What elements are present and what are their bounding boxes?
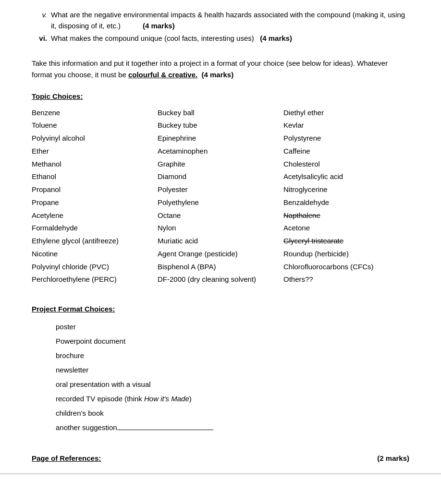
- format-list-item: children’s book: [56, 406, 409, 420]
- topic-item: Epinephrine: [158, 132, 283, 144]
- intro-paragraph: Take this information and put it togethe…: [32, 58, 409, 81]
- item-v-text: What are the negative environmental impa…: [51, 11, 405, 30]
- instruction-item-vi: vi. What makes the compound unique (cool…: [32, 33, 409, 44]
- topic-item: Chlorofluorocarbons (CFCs): [283, 261, 409, 273]
- format-list-item: another suggestion: [56, 420, 409, 435]
- format-list-item: newsletter: [56, 363, 409, 377]
- topic-item: Acetone: [283, 222, 409, 234]
- references-marks: (2 marks): [377, 454, 409, 462]
- topic-item: Muriatic acid: [158, 235, 283, 247]
- format-list-item: brochure: [56, 348, 409, 363]
- format-list-item: recorded TV episode (think How it's Made…: [56, 392, 409, 406]
- intro-emphasis: colourful & creative.: [128, 71, 197, 79]
- topic-item: Ethanol: [32, 171, 158, 183]
- topic-item: Propanol: [32, 184, 158, 196]
- topic-col-3: Diethyl etherKevlarPolystyreneCaffeineCh…: [283, 107, 409, 286]
- item-vi-text: What makes the compound unique (cool fac…: [51, 34, 254, 42]
- topic-item: Roundup (herbicide): [283, 248, 409, 260]
- item-v-content: What are the negative environmental impa…: [51, 10, 409, 31]
- topic-item: Toluene: [32, 120, 158, 132]
- topic-col-2: Buckey ballBuckey tubeEpinephrineAcetami…: [158, 107, 283, 286]
- format-list: posterPowerpoint documentbrochurenewslet…: [32, 320, 409, 435]
- topic-item: Polyvinyl alcohol: [32, 132, 158, 144]
- topic-col-1: BenzeneToluenePolyvinyl alcoholEtherMeth…: [32, 107, 158, 286]
- topic-item: Cholesterol: [283, 158, 409, 170]
- topic-item: Octane: [158, 210, 283, 222]
- topic-item: Propane: [32, 197, 158, 209]
- format-list-item: Powerpoint document: [56, 334, 409, 348]
- topic-item: Formaldehyde: [32, 222, 158, 234]
- topic-item: Methanol: [32, 158, 158, 170]
- topic-item: Caffeine: [283, 145, 409, 157]
- topic-item: Bisphenol A (BPA): [158, 261, 283, 273]
- topic-columns: BenzeneToluenePolyvinyl alcoholEtherMeth…: [32, 107, 409, 286]
- topic-item: Acetaminophen: [158, 145, 283, 157]
- blank-line: [117, 430, 213, 430]
- instruction-item-v: v. What are the negative environmental i…: [32, 10, 409, 31]
- topic-item: Diamond: [158, 171, 283, 183]
- references-heading: Page of References:: [32, 454, 101, 462]
- topic-item: Buckey ball: [158, 107, 283, 119]
- item-v-marker: v.: [32, 10, 51, 31]
- topic-item: Polystyrene: [283, 132, 409, 144]
- topic-item: Perchloroethylene (PERC): [32, 274, 158, 286]
- bottom-border: [0, 473, 441, 474]
- topic-item: Buckey tube: [158, 120, 283, 132]
- topic-item: Polyester: [158, 184, 283, 196]
- topic-item: Polyvinyl chloride (PVC): [32, 261, 158, 273]
- intro-marks: (4 marks): [202, 71, 234, 79]
- topic-choices-section: Topic Choices: BenzeneToluenePolyvinyl a…: [32, 92, 409, 286]
- topic-item: Kevlar: [283, 120, 409, 132]
- topic-choices-heading: Topic Choices:: [32, 92, 409, 100]
- format-list-item: oral presentation with a visual: [56, 377, 409, 392]
- topic-item: Benzaldehyde: [283, 197, 409, 209]
- topic-item: Agent Orange (pesticide): [158, 248, 283, 260]
- format-list-item: poster: [56, 320, 409, 334]
- project-format-heading: Project Format Choices:: [32, 305, 409, 313]
- references-section: Page of References: (2 marks): [32, 454, 409, 462]
- topic-item: Diethyl ether: [283, 107, 409, 119]
- project-format-section: Project Format Choices: posterPowerpoint…: [32, 305, 409, 435]
- item-v-marks: (4 marks): [143, 22, 175, 30]
- topic-item: Glyceryl tristearate: [283, 235, 409, 247]
- topic-item: DF-2000 (dry cleaning solvent): [158, 274, 283, 286]
- topic-item: Acetylene: [32, 210, 158, 222]
- topic-item: Benzene: [32, 107, 158, 119]
- topic-item: Others??: [283, 274, 409, 286]
- topic-item: Nitroglycerine: [283, 184, 409, 196]
- topic-item: Graphite: [158, 158, 283, 170]
- topic-item: Polyethylene: [158, 197, 283, 209]
- topic-item: Ethylene glycol (antifreeze): [32, 235, 158, 247]
- item-vi-marker: vi.: [32, 33, 51, 44]
- topic-item: Acetylsalicylic acid: [283, 171, 409, 183]
- topic-item: Nicotine: [32, 248, 158, 260]
- instructions-list: v. What are the negative environmental i…: [32, 10, 409, 44]
- topic-item: Nylon: [158, 222, 283, 234]
- item-vi-marks: (4 marks): [260, 34, 292, 42]
- item-vi-content: What makes the compound unique (cool fac…: [51, 33, 292, 44]
- topic-item: Napthalene: [283, 210, 409, 222]
- topic-item: Ether: [32, 145, 158, 157]
